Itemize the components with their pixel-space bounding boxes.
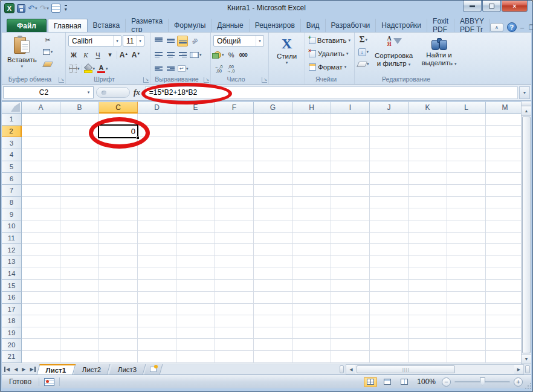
decrease-decimal-button[interactable]: ,00 →,0 (225, 63, 236, 74)
comma-format-button[interactable]: 000 (238, 50, 249, 60)
tab-file[interactable]: Файл (7, 19, 47, 32)
grid-cells-row-6[interactable] (22, 173, 531, 185)
underline-button[interactable]: Ч (92, 50, 103, 60)
formula-input[interactable]: =15*B2+18*B2 (145, 86, 518, 99)
help-icon[interactable]: ? (507, 22, 517, 32)
select-all-corner[interactable] (2, 101, 22, 114)
page-layout-view-button[interactable] (381, 377, 394, 387)
sheet-tab-1[interactable]: Лист1 (36, 364, 75, 374)
grid-cells-row-21[interactable] (22, 351, 531, 363)
borders-button[interactable]: ▾ (68, 63, 80, 74)
scroll-right-arrow[interactable]: ▶ (514, 365, 523, 374)
wrap-text-button[interactable]: ↩▾ (177, 63, 189, 74)
row-header-21[interactable]: 21 (2, 351, 22, 363)
grid-cells-row-15[interactable] (22, 280, 531, 292)
align-middle-button[interactable] (165, 36, 176, 47)
row-header-1[interactable]: 1 (2, 114, 22, 126)
column-header-C[interactable]: C (99, 101, 138, 114)
sheet-tab-3[interactable]: Лист3 (109, 364, 146, 374)
currency-format-button[interactable]: ▾ (213, 50, 225, 60)
italic-button[interactable]: К (80, 50, 91, 60)
grid-cells-row-8[interactable] (22, 197, 531, 209)
grid-cells-row-17[interactable] (22, 304, 531, 316)
ribbon-tab-3[interactable]: Формулы (169, 19, 212, 32)
font-color-button[interactable]: А▾ (97, 63, 109, 74)
row-header-9[interactable]: 9 (2, 208, 22, 220)
insert-sheet-button[interactable] (144, 364, 163, 374)
vertical-scrollbar[interactable]: ▲ ▼ (521, 101, 531, 364)
orientation-button[interactable]: ab (189, 36, 200, 47)
grid-cells-row-1[interactable] (22, 114, 531, 126)
font-size-dropdown[interactable]: ▾ (136, 36, 144, 46)
ribbon-tab-5[interactable]: Рецензиров (250, 19, 301, 32)
workbook-restore-icon[interactable]: ❐ (529, 24, 533, 31)
column-header-D[interactable]: D (138, 101, 176, 114)
column-header-E[interactable]: E (176, 101, 215, 114)
row-header-3[interactable]: 3 (2, 137, 22, 149)
format-painter-button[interactable] (42, 59, 54, 69)
clipboard-dialog-launcher[interactable]: ↘ (59, 77, 64, 83)
active-cell-C2[interactable]: 0 (98, 124, 138, 138)
format-cells-button[interactable]: Формат▾ (308, 61, 352, 73)
ribbon-tab-7[interactable]: Разработчи (326, 19, 376, 32)
grow-font-button[interactable]: А▲ (118, 50, 129, 60)
align-right-button[interactable] (177, 50, 188, 60)
first-sheet-button[interactable]: ◀ (4, 367, 10, 372)
row-header-5[interactable]: 5 (2, 161, 22, 173)
styles-dropdown[interactable]: ▾ (286, 60, 288, 65)
name-box[interactable]: C2 ▾ (3, 86, 94, 98)
row-header-13[interactable]: 13 (2, 256, 22, 268)
sort-filter-button[interactable]: АЯ Сортировка и фильтр ▾ (371, 34, 417, 74)
row-header-8[interactable]: 8 (2, 197, 22, 209)
percent-format-button[interactable]: % (226, 50, 237, 60)
ribbon-tab-2[interactable]: Разметка стр (126, 19, 169, 32)
delete-cells-button[interactable]: Удалить▾ (308, 48, 352, 60)
grid-cells-row-9[interactable] (22, 208, 531, 220)
expand-formula-bar-button[interactable]: ▼ (519, 86, 530, 99)
insert-cells-button[interactable]: Вставить▾ (308, 34, 352, 47)
next-sheet-button[interactable]: ▶ (22, 367, 25, 372)
row-header-18[interactable]: 18 (2, 315, 22, 327)
page-break-view-button[interactable] (398, 377, 411, 387)
column-header-K[interactable]: K (409, 101, 447, 114)
previous-sheet-button[interactable]: ◀ (14, 367, 18, 372)
grid-cells-row-10[interactable] (22, 220, 531, 233)
tab-splitter[interactable] (340, 365, 344, 373)
paste-dropdown[interactable]: ▾ (21, 64, 24, 69)
grid-cells-row-3[interactable] (22, 137, 531, 149)
row-header-2[interactable]: 2 (2, 126, 22, 138)
collapse-ribbon-button[interactable]: ∧ (490, 23, 503, 32)
restore-button[interactable] (482, 1, 501, 12)
ribbon-tab-1[interactable]: Вставка (88, 19, 126, 32)
grid-cells-row-16[interactable] (22, 292, 531, 304)
scroll-up-arrow[interactable]: ▲ (522, 106, 531, 116)
copy-button[interactable]: ▾ (42, 47, 54, 57)
zoom-slider-thumb[interactable] (480, 378, 485, 385)
grid-cells-row-13[interactable] (22, 256, 531, 268)
find-select-button[interactable]: Найти и выделить ▾ (418, 34, 460, 74)
row-header-10[interactable]: 10 (2, 220, 22, 233)
zoom-in-button[interactable]: + (514, 378, 523, 387)
cut-button[interactable]: ✂ (42, 34, 54, 45)
column-header-A[interactable]: A (22, 101, 60, 114)
number-format-combo[interactable]: Общий▾ (213, 35, 264, 47)
grid-cells-row-12[interactable] (22, 244, 531, 256)
horizontal-scrollbar[interactable]: ◀ ▶ (346, 364, 524, 374)
row-header-19[interactable]: 19 (2, 327, 22, 339)
column-header-F[interactable]: F (215, 101, 254, 114)
alignment-dialog-launcher[interactable]: ↘ (204, 77, 209, 83)
column-header-M[interactable]: M (486, 101, 525, 114)
shrink-font-button[interactable]: А▼ (131, 50, 141, 60)
number-format-dropdown[interactable]: ▾ (256, 36, 263, 46)
last-sheet-button[interactable]: ▶ (30, 367, 35, 372)
scroll-left-arrow[interactable]: ◀ (346, 365, 355, 374)
grid-cells-row-20[interactable] (22, 339, 531, 351)
workbook-minimize-icon[interactable]: – (520, 24, 524, 31)
row-header-20[interactable]: 20 (2, 339, 22, 351)
font-family-dropdown[interactable]: ▾ (113, 36, 121, 46)
row-header-4[interactable]: 4 (2, 149, 22, 161)
insert-function-button[interactable]: fx (132, 88, 145, 97)
formula-bar-splitter[interactable] (96, 87, 130, 98)
font-family-combo[interactable]: Calibri▾ (68, 35, 121, 47)
align-left-button[interactable] (153, 50, 164, 60)
